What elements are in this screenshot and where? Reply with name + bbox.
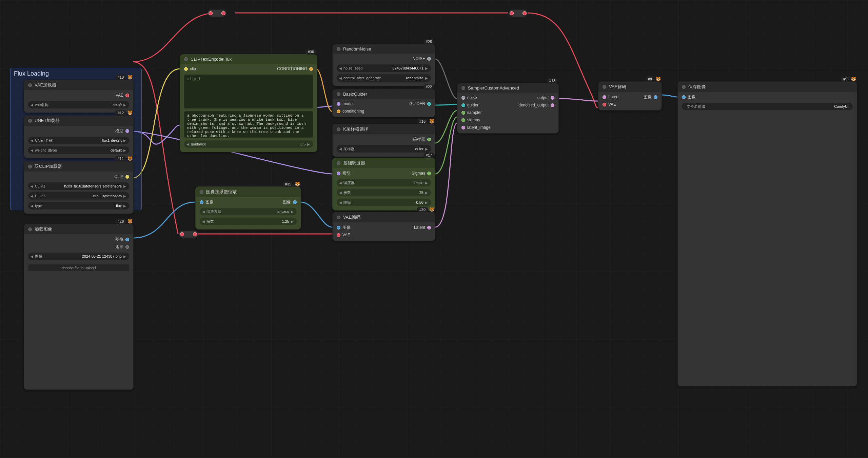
widget-scale-method[interactable]: ◀缩放方法lanczos▶ [200,208,297,215]
node-vae-loader[interactable]: #10🐯 VAE加载器 VAE ◀vae名称ae.sft▶ [24,80,134,113]
widget-control-after[interactable]: ◀control_after_generaterandomize▶ [337,74,431,82]
port-icon[interactable] [337,226,340,230]
widget-denoise[interactable]: ◀降噪0.50▶ [337,199,431,206]
port-icon[interactable] [427,102,431,106]
collapse-icon[interactable] [28,83,32,87]
collapse-icon[interactable] [28,119,32,123]
collapse-icon[interactable] [28,227,32,231]
output-label: NOISE [413,56,425,62]
collapse-icon[interactable] [337,127,340,131]
output-label: Sigmas [412,170,425,176]
widget-clip1[interactable]: ◀CLIP1t5xxl_fp16.safetensors.safetensors… [28,182,129,190]
port-icon[interactable] [551,103,554,107]
port-icon[interactable] [427,172,431,175]
port-icon[interactable] [309,67,313,71]
widget-filename-prefix[interactable]: 文件名前缀ComfyUI [682,103,853,110]
node-save-image[interactable]: #9🐯 保存图像 图像 文件名前缀ComfyUI [677,81,857,386]
port-icon[interactable] [461,126,465,130]
node-title: BasicGuider [343,92,367,97]
widget-scheduler[interactable]: ◀调度器simple▶ [337,179,431,186]
widget-clip-type[interactable]: ◀typeflux▶ [28,202,129,210]
port-icon[interactable] [551,96,554,100]
node-vae-encode[interactable]: #30🐯 VAE编码 图像 Latent VAE [332,212,435,241]
output-label: denoised_output [518,102,549,108]
output-label: VAE [116,92,123,98]
port-icon[interactable] [461,103,465,107]
collapse-icon[interactable] [682,85,686,89]
node-dual-clip[interactable]: #11🐯 双CLIP加载器 CLIP ◀CLIP1t5xxl_fp16.safe… [24,161,134,214]
node-canvas[interactable]: Flux Loading #10🐯 VAE加载器 VAE ◀vae名称ae.sf… [0,0,868,458]
reroute-vae-right[interactable] [509,9,528,17]
widget-vae-name[interactable]: ◀vae名称ae.sft▶ [28,101,129,108]
text-input-clip-l[interactable]: clip_l [184,75,313,108]
reroute-vae-top[interactable] [208,9,226,17]
port-icon[interactable] [427,226,431,230]
port-icon[interactable] [293,200,297,204]
port-icon[interactable] [337,109,340,113]
output-label: 图像 [644,94,652,100]
input-label: Latent [608,94,619,100]
input-label: conditioning [342,108,364,114]
node-load-image[interactable]: #26🐯 加载图像 图像 遮罩 ◀图像2024-06-21 124307.png… [24,224,134,390]
node-random-noise[interactable]: #25 RandomNoise NOISE ◀noise_seed3246780… [332,44,435,86]
collapse-icon[interactable] [337,216,340,219]
port-icon[interactable] [461,118,465,122]
node-title: VAE解码 [609,84,626,90]
output-label: output [537,95,549,101]
node-basic-scheduler[interactable]: #17 基础调度器 模型 Sigmas ◀调度器simple▶ ◀步数25▶ ◀… [332,158,435,211]
widget-unet-name[interactable]: ◀UNET名称flux1-dev.sft▶ [28,137,129,144]
widget-noise-seed[interactable]: ◀noise_seed324678043440871▶ [337,64,431,72]
collapse-icon[interactable] [337,47,340,51]
node-vae-decode[interactable]: #8🐯 VAE解码 Latent 图像 VAE [598,81,662,111]
badge-face-icon: 🐯 [127,75,133,80]
port-icon[interactable] [461,111,465,115]
port-icon[interactable] [603,103,606,106]
input-label: noise [467,95,477,101]
widget-sampler[interactable]: ◀采样器euler▶ [337,145,431,153]
port-icon[interactable] [682,95,686,99]
port-icon[interactable] [125,175,129,179]
widget-guidance[interactable]: ◀guidance3.5▶ [184,140,313,148]
widget-clip2[interactable]: ◀CLIP2clip_l.safetensors▶ [28,192,129,200]
node-title: 双CLIP加载器 [35,163,62,170]
node-unet-loader[interactable]: #12🐯 UNET加载器 模型 ◀UNET名称flux1-dev.sft▶ ◀w… [24,115,134,158]
collapse-icon[interactable] [603,85,606,89]
port-icon[interactable] [461,96,465,100]
input-label: 模型 [342,170,351,176]
port-icon[interactable] [125,245,129,249]
port-icon[interactable] [654,95,657,99]
port-icon[interactable] [125,238,129,241]
port-icon[interactable] [125,129,129,133]
collapse-icon[interactable] [461,86,465,90]
collapse-icon[interactable] [337,161,340,165]
port-icon[interactable] [337,172,340,175]
port-icon[interactable] [337,102,340,106]
node-image-scale[interactable]: #35🐯 图像按系数缩放 图像 图像 ◀缩放方法lanczos▶ ◀系数1.25… [195,186,301,230]
input-label: latent_image [467,124,491,131]
reroute-vae-bottom[interactable] [179,231,198,238]
widget-steps[interactable]: ◀步数25▶ [337,189,431,196]
collapse-icon[interactable] [184,57,188,61]
text-input-t5[interactable]: a photograph featuring a Japanese woman … [184,111,313,138]
collapse-icon[interactable] [200,190,203,194]
widget-image-file[interactable]: ◀图像2024-06-21 124307.png▶ [28,253,129,260]
node-basic-guider[interactable]: #22 BasicGuider model GUIDER conditionin… [332,89,435,117]
node-title: 图像按系数缩放 [206,189,237,195]
node-clip-text-encode[interactable]: #36 CLIPTextEncodeFlux clip CONDITIONING… [180,54,317,152]
collapse-icon[interactable] [337,92,340,96]
upload-button[interactable]: choose file to upload [28,264,129,272]
output-label: CONDITIONING [277,66,307,72]
port-icon[interactable] [427,57,431,61]
node-sampler-advanced[interactable]: #13 SamplerCustomAdvanced noise output g… [457,83,559,134]
node-ksampler-select[interactable]: #16🐯 K采样器选择 采样器 ◀采样器euler▶ [332,124,435,157]
collapse-icon[interactable] [28,165,32,168]
port-icon[interactable] [337,233,340,237]
widget-weight-dtype[interactable]: ◀weight_dtypedefault▶ [28,146,129,154]
port-icon[interactable] [125,94,129,97]
port-icon[interactable] [200,200,203,204]
port-icon[interactable] [427,138,431,141]
widget-scale-factor[interactable]: ◀系数1.25▶ [200,218,297,225]
port-icon[interactable] [184,67,188,71]
output-label: 模型 [115,128,123,134]
port-icon[interactable] [603,95,606,99]
